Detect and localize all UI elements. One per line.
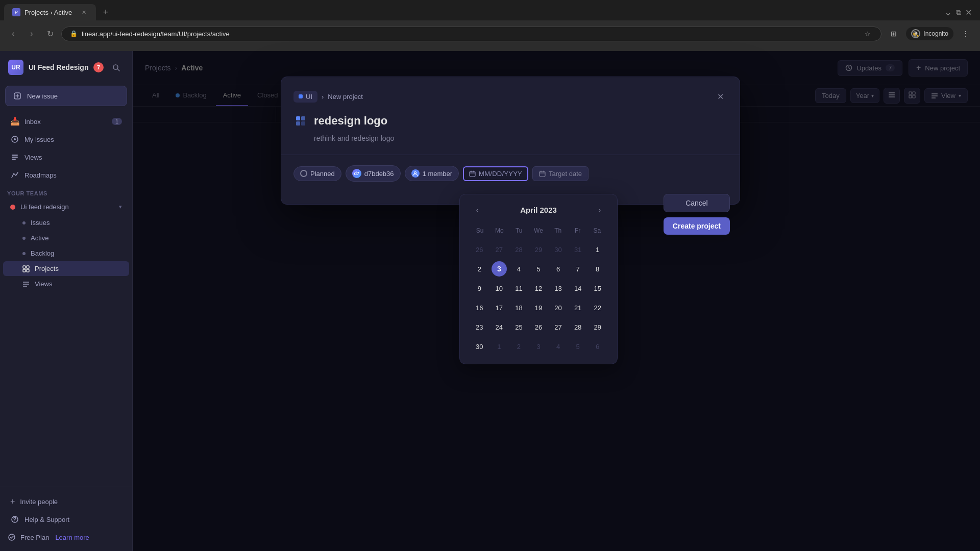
cal-day-28[interactable]: 28: [569, 318, 587, 336]
extension-button[interactable]: ⊞: [886, 26, 902, 42]
start-date-chip[interactable]: MM/DD/YYYY: [463, 166, 528, 181]
cal-day-4[interactable]: 4: [509, 260, 528, 278]
sidebar-item-projects[interactable]: Projects: [3, 261, 129, 276]
new-issue-button[interactable]: New issue: [5, 86, 127, 106]
active-tab[interactable]: P Projects › Active ✕: [4, 4, 96, 20]
calendar-next-button[interactable]: ›: [593, 203, 607, 217]
sidebar-item-help[interactable]: Help & Support: [3, 511, 129, 528]
cal-day-28-prev[interactable]: 28: [509, 240, 528, 259]
projects-icon: [22, 265, 30, 272]
modal-close-button[interactable]: ✕: [713, 89, 727, 104]
window-restore[interactable]: ⧉: [956, 8, 961, 17]
sidebar-item-inbox[interactable]: 📥 Inbox 1: [3, 113, 129, 130]
target-date-chip[interactable]: Target date: [532, 166, 589, 181]
cal-day-12[interactable]: 12: [529, 279, 548, 297]
sidebar: UR UI Feed Redesign 7: [0, 51, 133, 551]
cal-day-4-next[interactable]: 4: [549, 337, 568, 356]
modal-team-tag[interactable]: UI: [293, 91, 317, 103]
svg-rect-10: [23, 266, 26, 268]
members-label: 1 member: [423, 170, 453, 178]
cal-day-27[interactable]: 27: [549, 318, 568, 336]
cal-day-1-next[interactable]: 1: [490, 337, 509, 356]
invite-people-button[interactable]: + Invite people: [3, 493, 129, 510]
cal-day-5[interactable]: 5: [529, 260, 548, 278]
cal-day-1[interactable]: 1: [588, 240, 607, 259]
modal-action-area: Cancel Create project: [664, 194, 730, 235]
new-tab-button[interactable]: +: [98, 5, 113, 20]
notification-badge[interactable]: 7: [93, 62, 104, 72]
cal-day-14[interactable]: 14: [569, 279, 587, 297]
cal-day-8[interactable]: 8: [588, 260, 607, 278]
cal-day-29-prev[interactable]: 29: [529, 240, 548, 259]
cal-day-7[interactable]: 7: [569, 260, 587, 278]
incognito-icon: 🕵: [911, 29, 920, 38]
assignee-label: d7bdeb36: [364, 170, 394, 178]
svg-rect-16: [23, 286, 27, 287]
cal-day-31-prev[interactable]: 31: [569, 240, 587, 259]
sidebar-item-views[interactable]: Views: [3, 148, 129, 166]
incognito-button[interactable]: 🕵 Incognito: [906, 27, 953, 40]
cal-day-2-next[interactable]: 2: [509, 337, 528, 356]
project-name-input[interactable]: [314, 114, 727, 128]
window-minimize[interactable]: ⌄: [944, 7, 952, 18]
svg-line-1: [117, 69, 119, 71]
address-bar[interactable]: 🔒 linear.app/ui-feed-redesign/team/UI/pr…: [61, 27, 881, 41]
forward-button[interactable]: ›: [24, 27, 39, 41]
sidebar-item-my-issues[interactable]: My issues: [3, 131, 129, 148]
cal-day-30[interactable]: 30: [470, 337, 489, 356]
cal-day-9[interactable]: 9: [470, 279, 489, 297]
cal-day-15[interactable]: 15: [588, 279, 607, 297]
create-project-button[interactable]: Create project: [664, 217, 730, 235]
cal-day-26-prev[interactable]: 26: [470, 240, 489, 259]
cal-day-22[interactable]: 22: [588, 298, 607, 317]
cal-day-5-next[interactable]: 5: [569, 337, 587, 356]
col-header-mo: Mo: [489, 225, 509, 236]
cal-day-18[interactable]: 18: [509, 298, 528, 317]
menu-button[interactable]: ⋮: [958, 26, 974, 42]
cal-day-2[interactable]: 2: [470, 260, 489, 278]
bookmark-star-icon[interactable]: ☆: [865, 30, 871, 38]
status-chip[interactable]: Planned: [293, 166, 341, 181]
cal-day-6-next[interactable]: 6: [588, 337, 607, 356]
cal-day-30-prev[interactable]: 30: [549, 240, 568, 259]
cal-day-27-prev[interactable]: 27: [490, 240, 509, 259]
sidebar-team-item[interactable]: Ui feed redesign ▾: [3, 199, 129, 215]
cal-day-29[interactable]: 29: [588, 318, 607, 336]
cal-day-26[interactable]: 26: [529, 318, 548, 336]
search-button[interactable]: [108, 59, 124, 76]
cal-day-3-today[interactable]: 3: [490, 260, 509, 278]
cal-day-19[interactable]: 19: [529, 298, 548, 317]
window-close[interactable]: ✕: [965, 8, 972, 17]
tab-close-button[interactable]: ✕: [80, 8, 88, 16]
learn-more-link[interactable]: Learn more: [55, 534, 89, 541]
calendar-days-header: Su Mo Tu We Th Fr Sa: [470, 225, 607, 236]
cal-day-21[interactable]: 21: [569, 298, 587, 317]
cal-day-23[interactable]: 23: [470, 318, 489, 336]
calendar-prev-button[interactable]: ‹: [470, 203, 484, 217]
browser-tabs: P Projects › Active ✕ + ⌄ ⧉ ✕: [0, 0, 980, 20]
sidebar-item-active[interactable]: Active: [3, 231, 129, 245]
workspace-info[interactable]: UR UI Feed Redesign: [8, 60, 88, 75]
cal-day-11[interactable]: 11: [509, 279, 528, 297]
back-button[interactable]: ‹: [6, 27, 20, 41]
sidebar-item-backlog[interactable]: Backlog: [3, 246, 129, 261]
cal-day-25[interactable]: 25: [509, 318, 528, 336]
assignee-chip[interactable]: d7 d7bdeb36: [346, 165, 401, 182]
sidebar-item-issues[interactable]: Issues: [3, 215, 129, 230]
cal-day-20[interactable]: 20: [549, 298, 568, 317]
cancel-button[interactable]: Cancel: [664, 194, 730, 212]
cal-day-17[interactable]: 17: [490, 298, 509, 317]
url-text: linear.app/ui-feed-redesign/team/UI/proj…: [82, 30, 230, 38]
roadmaps-label: Roadmaps: [24, 171, 57, 179]
cal-day-3-next[interactable]: 3: [529, 337, 548, 356]
cal-day-6[interactable]: 6: [549, 260, 568, 278]
cal-day-24[interactable]: 24: [490, 318, 509, 336]
members-chip[interactable]: 1 member: [405, 166, 459, 181]
svg-rect-36: [470, 171, 475, 177]
sidebar-item-views-sub[interactable]: Views: [3, 277, 129, 291]
cal-day-13[interactable]: 13: [549, 279, 568, 297]
refresh-button[interactable]: ↻: [43, 27, 57, 41]
sidebar-item-roadmaps[interactable]: Roadmaps: [3, 166, 129, 184]
cal-day-16[interactable]: 16: [470, 298, 489, 317]
cal-day-10[interactable]: 10: [490, 279, 509, 297]
